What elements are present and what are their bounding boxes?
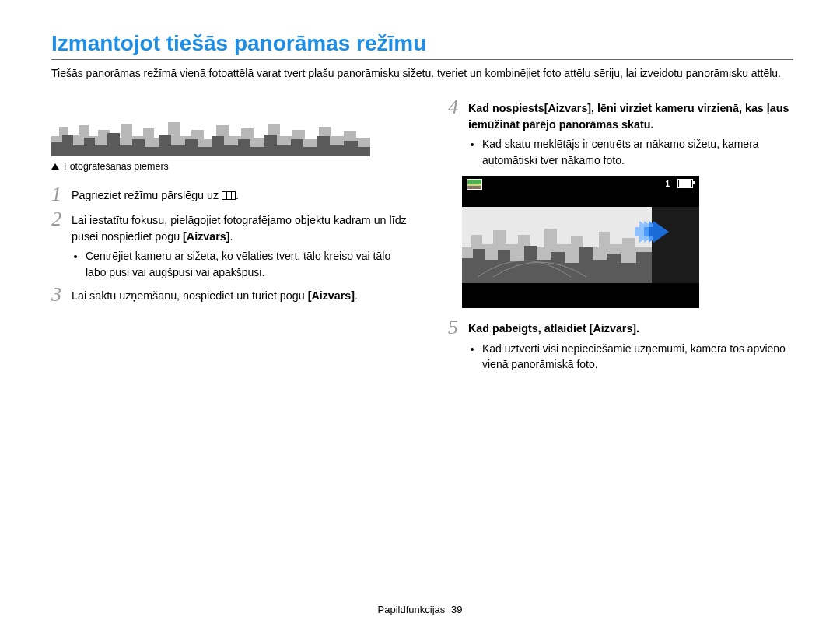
step-3: 3 Lai sāktu uzņemšanu, nospiediet un tur… [51, 286, 409, 305]
step-2: 2 Lai iestatītu fokusu, pielāgojiet foto… [51, 211, 409, 246]
footer-page-number: 39 [451, 604, 462, 615]
footer-section: Papildfunkcijas [378, 604, 446, 615]
example-caption: Fotografēšanas piemērs [51, 161, 409, 172]
step-1: 1 Pagrieziet režīmu pārslēgu uz . [51, 186, 409, 205]
mode-dial-icon [222, 191, 236, 200]
preview-thumb-icon [467, 179, 482, 190]
page-footer: Papildfunkcijas 39 [0, 604, 840, 615]
pan-direction-arrow-icon [653, 221, 669, 243]
step-4: 4 Kad nospiests[Aizvars], lēni virziet k… [448, 99, 790, 134]
camera-live-view [462, 207, 699, 283]
up-triangle-icon [51, 163, 59, 170]
intro-text: Tiešās panorāmas režīmā vienā fotoattēlā… [51, 66, 793, 82]
step-2-sub: Centrējiet kameru ar sižeta, ko vēlaties… [86, 248, 409, 280]
battery-icon [677, 179, 693, 188]
camera-lcd-preview: 1 [462, 176, 699, 308]
step-4-sub: Kad skatu meklētājs ir centrēts ar nākam… [482, 136, 790, 168]
panorama-example-image [51, 99, 370, 156]
page-title: Izmantojot tiešās panorāmas režīmu [51, 31, 793, 60]
step-5: 5 Kad pabeigts, atlaidiet [Aizvars]. [448, 319, 790, 338]
step-5-sub: Kad uztverti visi nepieciešamie uzņēmumi… [482, 341, 790, 373]
shot-counter: 1 [665, 180, 670, 188]
